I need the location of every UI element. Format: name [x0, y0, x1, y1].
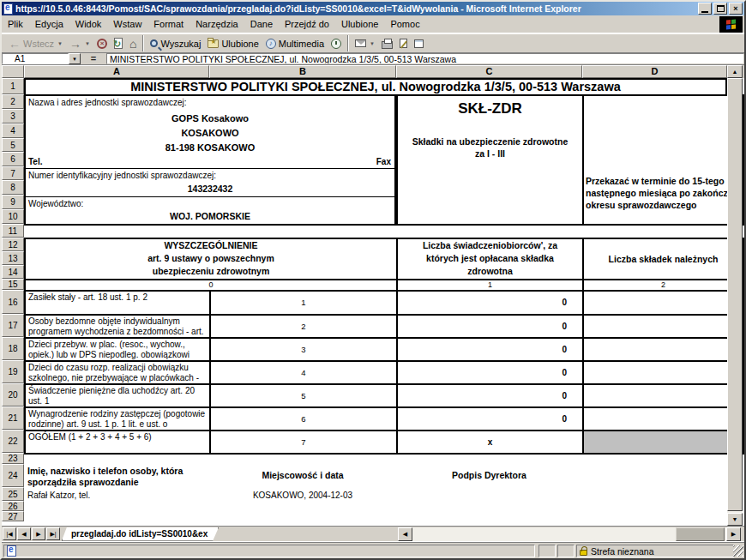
row-label-cell[interactable]: Osoby bezdomne objęte indywidualnym prog…: [24, 314, 211, 339]
row-header-18[interactable]: 18: [2, 337, 24, 360]
horizontal-scroll-thumb[interactable]: [676, 527, 725, 541]
back-button[interactable]: ← Wstecz ▼: [5, 34, 66, 52]
row-number-cell[interactable]: 4: [209, 360, 398, 385]
form-code-box[interactable]: SKŁ-ZDR Składki na ubezpieczenie zdrowot…: [396, 94, 584, 226]
mail-dropdown-icon[interactable]: ▼: [370, 41, 375, 46]
row-label-cell[interactable]: Świadczenie pieniężne dla uchodźcy art. …: [24, 383, 211, 408]
stop-button[interactable]: ×: [93, 34, 111, 52]
contributions-cell[interactable]: [582, 290, 744, 316]
scroll-up-button[interactable]: ▲: [727, 65, 743, 78]
name-box-dropdown[interactable]: ▼: [69, 53, 81, 64]
menu-item-widok[interactable]: Widok: [69, 17, 108, 31]
minimize-button[interactable]: [698, 3, 712, 15]
maximize-button[interactable]: [713, 3, 727, 15]
row-number-cell[interactable]: 3: [209, 337, 398, 362]
menu-item-przejdz-do[interactable]: Przejdź do: [279, 17, 335, 31]
column-header-a[interactable]: A: [24, 65, 209, 78]
row-header-5[interactable]: 5: [2, 138, 24, 152]
row-header-3[interactable]: 3: [2, 109, 24, 123]
cell-title-row[interactable]: MINISTERSTWO POLITYKI SPOŁECZNEJ, ul. No…: [24, 78, 727, 96]
row-header-20[interactable]: 20: [2, 383, 24, 406]
row-header-23[interactable]: 23: [2, 453, 24, 464]
row-number-cell[interactable]: 1: [209, 290, 398, 316]
row-header-21[interactable]: 21: [2, 406, 24, 430]
row-header-19[interactable]: 19: [2, 360, 24, 383]
reporting-unit-box[interactable]: Nazwa i adres jednostki sprawozdawczej: …: [24, 94, 396, 226]
vertical-scroll-thumb[interactable]: [727, 78, 743, 511]
row-header-26[interactable]: 26: [2, 501, 24, 511]
beneficiaries-count-cell[interactable]: 0: [396, 314, 584, 339]
sheet-tab[interactable]: przegladaj.do idListy=SS0010&ex: [62, 527, 219, 541]
contributions-cell[interactable]: [582, 314, 744, 339]
media-button[interactable]: ♪ Multimedia: [262, 34, 328, 52]
menu-item-ulubione[interactable]: Ulubione: [335, 17, 384, 31]
row-header-7[interactable]: 7: [2, 166, 24, 180]
row-header-9[interactable]: 9: [2, 195, 24, 209]
table-header-specification[interactable]: WYSZCZEGÓLNIENIE art. 9 ustawy o powszec…: [24, 238, 398, 280]
name-box[interactable]: A1: [2, 53, 69, 64]
menu-item-format[interactable]: Format: [147, 17, 190, 31]
row-number-cell[interactable]: 6: [209, 406, 398, 431]
contributions-cell[interactable]: [582, 406, 744, 431]
row-number-cell[interactable]: 5: [209, 383, 398, 408]
mail-button[interactable]: ▼: [352, 34, 378, 52]
row-header-4[interactable]: 4: [2, 123, 24, 138]
row-label-cell[interactable]: OGÓŁEM (1 + 2 + 3 + 4 + 5 + 6): [24, 430, 211, 455]
horizontal-scrollbar[interactable]: ◀ ▶: [398, 527, 741, 541]
menu-item-pomoc[interactable]: Pomoc: [384, 17, 425, 31]
row-header-24[interactable]: 24: [2, 464, 24, 487]
contributions-cell[interactable]: [582, 430, 744, 455]
beneficiaries-count-cell[interactable]: x: [396, 430, 584, 455]
tab-first-button[interactable]: |◀: [3, 527, 16, 540]
row-header-15[interactable]: 15: [2, 279, 24, 290]
contributions-cell[interactable]: [582, 383, 744, 408]
formula-input[interactable]: MINISTERSTWO POLITYKI SPOŁECZNEJ, ul. No…: [106, 53, 744, 64]
search-button[interactable]: Wyszukaj: [147, 34, 204, 52]
menu-item-wstaw[interactable]: Wstaw: [107, 17, 147, 31]
scroll-left-button[interactable]: ◀: [398, 527, 412, 541]
row-number-cell[interactable]: 2: [209, 314, 398, 339]
row-label-cell[interactable]: Dzieci przebyw. w plac. (resoc., wychow.…: [24, 337, 211, 362]
forward-dropdown-icon[interactable]: ▼: [85, 41, 90, 46]
row-header-1[interactable]: 1: [2, 78, 24, 94]
row-header-10[interactable]: 10: [2, 209, 24, 224]
contributions-cell[interactable]: [582, 337, 744, 362]
row-header-17[interactable]: 17: [2, 314, 24, 337]
row-label-cell[interactable]: Wynagrodzenie rodziny zastępczej (pogoto…: [24, 406, 211, 431]
beneficiaries-count-cell[interactable]: 0: [396, 406, 584, 431]
row-header-2[interactable]: 2: [2, 94, 24, 109]
menu-item-dane[interactable]: Dane: [244, 17, 279, 31]
row-header-16[interactable]: 16: [2, 290, 24, 314]
close-button[interactable]: ×: [729, 3, 743, 15]
beneficiaries-count-cell[interactable]: 0: [396, 360, 584, 385]
row-header-27[interactable]: 27: [2, 511, 24, 521]
table-header-contributions[interactable]: Liczba składek należnych: [582, 238, 744, 280]
tab-prev-button[interactable]: ◀: [17, 527, 31, 540]
beneficiaries-count-cell[interactable]: 0: [396, 383, 584, 408]
deadline-box[interactable]: Przekazać w terminie do 15-tego następne…: [582, 94, 744, 226]
menu-item-plik[interactable]: Plik: [2, 17, 29, 31]
title-bar[interactable]: https://10.5.0.46:8443/Pomost/SAC/sprawo…: [2, 2, 744, 15]
scroll-right-button[interactable]: ▶: [726, 527, 741, 541]
table-header-beneficiaries[interactable]: Liczba świadczeniobiorców', za których j…: [396, 238, 584, 280]
row-label-cell[interactable]: Dzieci do czasu rozp. realizacji obowiąz…: [24, 360, 211, 385]
tab-last-button[interactable]: ▶|: [46, 527, 60, 540]
menu-item-edycja[interactable]: Edycja: [29, 17, 69, 31]
edit-button[interactable]: [396, 34, 411, 52]
column-header-b[interactable]: B: [209, 65, 396, 78]
contributions-cell[interactable]: [582, 360, 744, 385]
forward-button[interactable]: → ▼: [66, 34, 93, 52]
history-button[interactable]: [328, 34, 345, 52]
back-dropdown-icon[interactable]: ▼: [57, 41, 63, 46]
spreadsheet-grid[interactable]: MINISTERSTWO POLITYKI SPOŁECZNEJ, ul. No…: [2, 78, 744, 526]
row-number-cell[interactable]: 7: [209, 430, 398, 455]
row-header-8[interactable]: 8: [2, 180, 24, 195]
row-header-14[interactable]: 14: [2, 265, 24, 279]
beneficiaries-count-cell[interactable]: 0: [396, 290, 584, 316]
favorites-button[interactable]: Ulubione: [204, 34, 262, 52]
menu-item-narzedzia[interactable]: Narzędzia: [190, 17, 244, 31]
beneficiaries-count-cell[interactable]: 0: [396, 337, 584, 362]
vertical-scrollbar[interactable]: ▲ ▼: [727, 65, 743, 526]
row-header-25[interactable]: 25: [2, 487, 24, 501]
home-button[interactable]: ⌂: [126, 34, 140, 52]
